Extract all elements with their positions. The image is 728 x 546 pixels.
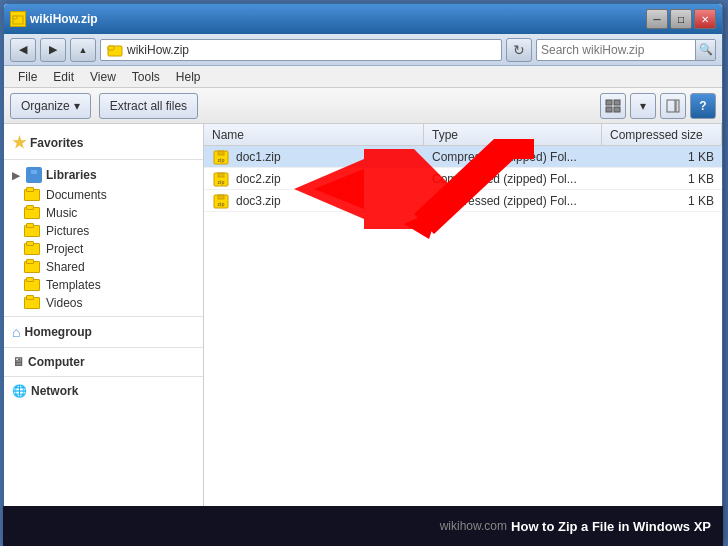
favorites-icon: ★ [12, 133, 26, 152]
svg-rect-24 [218, 195, 224, 199]
address-bar: ◀ ▶ ▲ wikiHow.zip ↻ 🔍 [4, 34, 722, 66]
svg-text:zip: zip [218, 201, 225, 207]
network-label: Network [31, 384, 78, 398]
homegroup-label: Homegroup [24, 325, 91, 339]
svg-rect-6 [606, 107, 612, 112]
libraries-icon [26, 167, 42, 183]
menu-tools[interactable]: Tools [124, 68, 168, 86]
refresh-button[interactable]: ↻ [506, 38, 532, 62]
sidebar-section-libraries: ▶ Libraries Documents [4, 164, 203, 312]
view-options-button[interactable] [600, 93, 626, 119]
file-row-doc3[interactable]: zip doc3.zip Compressed (zipped) Fol... … [204, 190, 722, 212]
file-list: Name Type Compressed size zip doc1.zip [204, 124, 722, 542]
svg-rect-8 [667, 100, 675, 112]
view-toggle-button[interactable]: ▾ [630, 93, 656, 119]
file-type-doc3: Compressed (zipped) Fol... [432, 194, 577, 208]
svg-text:zip: zip [218, 179, 225, 185]
column-header-name[interactable]: Name [204, 124, 424, 145]
homegroup-icon: ⌂ [12, 324, 20, 340]
computer-icon: 🖥 [12, 355, 24, 369]
file-cell-doc2-name: zip doc2.zip [204, 168, 424, 189]
documents-folder-icon [24, 189, 40, 201]
file-cell-doc3-type: Compressed (zipped) Fol... [424, 190, 602, 211]
maximize-button[interactable]: □ [670, 9, 692, 29]
menu-edit[interactable]: Edit [45, 68, 82, 86]
toolbar: Organize ▾ Extract all files ▾ [4, 88, 722, 124]
file-cell-doc2-size: 1 KB [602, 168, 722, 189]
file-cell-doc2-type: Compressed (zipped) Fol... [424, 168, 602, 189]
menu-file[interactable]: File [10, 68, 45, 86]
forward-button[interactable]: ▶ [40, 38, 66, 62]
address-box[interactable]: wikiHow.zip [100, 39, 502, 61]
network-icon: 🌐 [12, 384, 27, 398]
project-folder-icon [24, 243, 40, 255]
sidebar-item-project-label: Project [46, 242, 83, 256]
file-type-doc2: Compressed (zipped) Fol... [432, 172, 577, 186]
column-header-type[interactable]: Type [424, 124, 602, 145]
file-row-doc1[interactable]: zip doc1.zip Compressed (zipped) Fol... … [204, 146, 722, 168]
libraries-expand-icon: ▶ [12, 170, 20, 181]
file-cell-doc3-name: zip doc3.zip [204, 190, 424, 211]
svg-rect-3 [108, 46, 114, 50]
sidebar-item-documents[interactable]: Documents [4, 186, 203, 204]
sidebar-favorites-header[interactable]: ★ Favorites [4, 130, 203, 155]
close-button[interactable]: ✕ [694, 9, 716, 29]
sidebar: ★ Favorites ▶ [4, 124, 204, 542]
menu-help[interactable]: Help [168, 68, 209, 86]
file-name-doc2: doc2.zip [236, 172, 281, 186]
file-cell-doc1-size: 1 KB [602, 146, 722, 167]
svg-rect-11 [31, 170, 37, 174]
menu-view[interactable]: View [82, 68, 124, 86]
sidebar-item-project[interactable]: Project [4, 240, 203, 258]
sidebar-libraries-header[interactable]: ▶ Libraries [4, 164, 203, 186]
sidebar-item-music-label: Music [46, 206, 77, 220]
svg-text:zip: zip [218, 157, 225, 163]
sidebar-section-computer: 🖥 Computer [4, 352, 203, 372]
file-list-header: Name Type Compressed size [204, 124, 722, 146]
watermark-site: wikihow.com [440, 519, 507, 533]
sidebar-item-templates-label: Templates [46, 278, 101, 292]
column-header-size[interactable]: Compressed size [602, 124, 722, 145]
sidebar-homegroup-header[interactable]: ⌂ Homegroup [4, 321, 203, 343]
sidebar-item-documents-label: Documents [46, 188, 107, 202]
extract-button[interactable]: Extract all files [99, 93, 198, 119]
sidebar-item-pictures[interactable]: Pictures [4, 222, 203, 240]
help-button[interactable]: ? [690, 93, 716, 119]
shared-folder-icon [24, 261, 40, 273]
preview-pane-button[interactable] [660, 93, 686, 119]
sidebar-item-music[interactable]: Music [4, 204, 203, 222]
libraries-label: Libraries [46, 168, 97, 182]
videos-folder-icon [24, 297, 40, 309]
sidebar-network-header[interactable]: 🌐 Network [4, 381, 203, 401]
up-button[interactable]: ▲ [70, 38, 96, 62]
organize-arrow: ▾ [74, 99, 80, 113]
svg-rect-4 [606, 100, 612, 105]
search-box[interactable]: 🔍 [536, 39, 716, 61]
window-icon [10, 11, 26, 27]
address-text: wikiHow.zip [127, 43, 189, 57]
search-button[interactable]: 🔍 [695, 40, 715, 60]
back-button[interactable]: ◀ [10, 38, 36, 62]
sidebar-item-templates[interactable]: Templates [4, 276, 203, 294]
svg-marker-16 [404, 209, 439, 239]
music-folder-icon [24, 207, 40, 219]
main-content: ★ Favorites ▶ [4, 124, 722, 542]
svg-rect-5 [614, 100, 620, 105]
organize-label: Organize [21, 99, 70, 113]
organize-button[interactable]: Organize ▾ [10, 93, 91, 119]
sidebar-item-videos-label: Videos [46, 296, 82, 310]
file-size-doc3: 1 KB [688, 194, 714, 208]
sidebar-section-network: 🌐 Network [4, 381, 203, 401]
watermark-bar: wikihow.com How to Zip a File in Windows… [3, 506, 723, 546]
file-size-doc2: 1 KB [688, 172, 714, 186]
zip-icon-doc3: zip [212, 192, 230, 210]
minimize-button[interactable]: ─ [646, 9, 668, 29]
sidebar-computer-header[interactable]: 🖥 Computer [4, 352, 203, 372]
file-cell-doc3-size: 1 KB [602, 190, 722, 211]
sidebar-item-videos[interactable]: Videos [4, 294, 203, 312]
svg-rect-18 [218, 151, 224, 155]
search-input[interactable] [537, 43, 695, 57]
file-row-doc2[interactable]: zip doc2.zip Compressed (zipped) Fol... … [204, 168, 722, 190]
pictures-folder-icon [24, 225, 40, 237]
sidebar-item-shared[interactable]: Shared [4, 258, 203, 276]
